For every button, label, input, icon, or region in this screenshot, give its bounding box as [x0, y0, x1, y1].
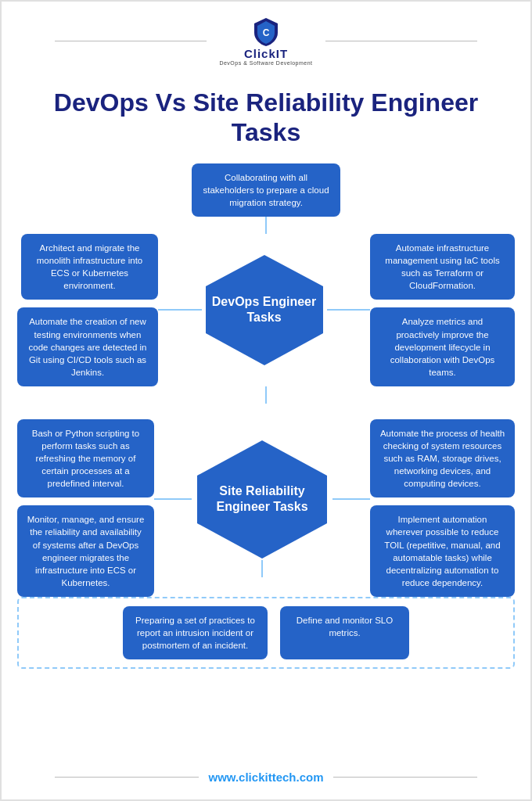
devops-right-box-1: Automate infrastructure management using…	[370, 234, 515, 300]
devops-left-box-2: Automate the creation of new testing env…	[17, 307, 158, 386]
sre-h-line-left	[154, 498, 192, 500]
h-line-right	[327, 309, 371, 311]
sre-bottom-area: Preparing a set of practices to report a…	[17, 597, 515, 669]
devops-hex-label: DevOps Engineer Tasks	[202, 294, 327, 327]
svg-text:C: C	[263, 27, 270, 38]
header: C ClickIT DevOps & Software Development …	[2, 2, 530, 156]
sre-bot-box-2: Define and monitor SLO metrics.	[280, 606, 409, 659]
devops-section: Collaborating with all stakeholders to p…	[17, 163, 515, 404]
h-line-left	[158, 309, 202, 311]
devops-center: DevOps Engineer Tasks	[158, 253, 370, 367]
header-line: C ClickIT DevOps & Software Development	[55, 16, 478, 66]
sre-left-box-1: Bash or Python scripting to perform task…	[17, 419, 154, 497]
sre-right-box-1: Automate the process of health checking …	[370, 419, 515, 497]
sre-bot-box-1: Preparing a set of practices to report a…	[123, 606, 268, 659]
footer-line: www.clickittech.com	[55, 770, 478, 784]
logo-area: C ClickIT DevOps & Software Development	[207, 16, 325, 66]
logo-text: ClickIT	[244, 47, 288, 60]
devops-top-box: Collaborating with all stakeholders to p…	[192, 163, 340, 217]
devops-right-box-2: Analyze metrics and proactively improve …	[370, 307, 515, 386]
devops-left-box-1: Architect and migrate the monolith infra…	[21, 234, 158, 300]
footer: www.clickittech.com	[2, 760, 530, 799]
diagram-area: Collaborating with all stakeholders to p…	[2, 156, 530, 677]
sre-h-line-right	[332, 498, 370, 500]
devops-left-col: Architect and migrate the monolith infra…	[17, 234, 158, 386]
v-connector-sre-bottom	[261, 560, 263, 577]
sre-section: Bash or Python scripting to perform task…	[17, 419, 515, 669]
sre-hexagon: Site Reliability Engineer Tasks	[192, 439, 332, 560]
sre-left-col: Bash or Python scripting to perform task…	[17, 419, 154, 597]
sre-right-col: Automate the process of health checking …	[370, 419, 515, 597]
footer-url: www.clickittech.com	[199, 770, 332, 784]
sre-bottom-dashed: Preparing a set of practices to report a…	[17, 597, 515, 669]
logo-icon: C	[250, 16, 282, 47]
sre-left-box-2: Monitor, manage, and ensure the reliabil…	[17, 505, 154, 597]
logo-sub: DevOps & Software Development	[219, 60, 312, 66]
sre-right-box-2: Implement automation wherever possible t…	[370, 505, 515, 597]
page-title: DevOps Vs Site Reliability Engineer Task…	[2, 66, 530, 156]
v-connector-top	[265, 217, 267, 234]
v-connector-devops-bottom	[265, 386, 267, 404]
sre-middle-row: Bash or Python scripting to perform task…	[17, 419, 515, 597]
devops-hexagon: DevOps Engineer Tasks	[202, 253, 327, 367]
devops-right-col: Automate infrastructure management using…	[370, 234, 515, 386]
sre-center: Site Reliability Engineer Tasks	[154, 439, 370, 577]
sre-hex-label: Site Reliability Engineer Tasks	[192, 483, 332, 516]
